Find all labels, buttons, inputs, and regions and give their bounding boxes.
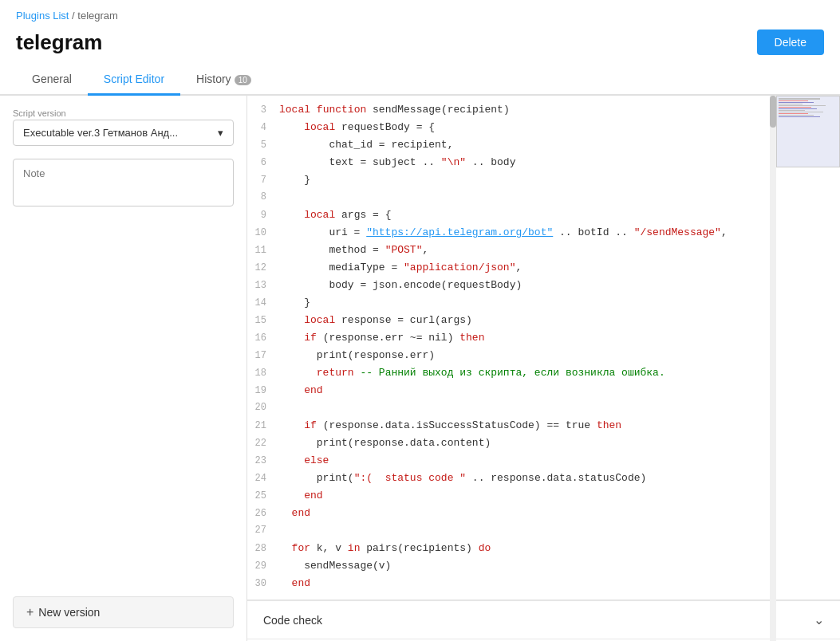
line-number: 26 bbox=[247, 506, 279, 521]
line-content: end bbox=[279, 488, 840, 505]
line-content: local requestBody = { bbox=[279, 120, 840, 136]
line-number: 27 bbox=[247, 523, 279, 538]
scrollbar-track[interactable] bbox=[770, 96, 776, 641]
line-number: 6 bbox=[247, 155, 279, 171]
line-content: if (response.err ~= nil) then bbox=[279, 330, 840, 347]
code-line: 21 if (response.data.isSuccessStatusCode… bbox=[247, 418, 840, 435]
line-content: end bbox=[279, 505, 840, 522]
code-line: 5 chat_id = recipient, bbox=[247, 137, 840, 155]
line-content: method = "POST", bbox=[279, 242, 840, 259]
code-line: 12 mediaType = "application/json", bbox=[247, 260, 840, 277]
line-content: local function sendMessage(recipient) bbox=[279, 102, 840, 119]
line-number: 21 bbox=[247, 419, 279, 434]
line-content: uri = "https://api.telegram.org/bot" .. … bbox=[279, 225, 840, 242]
editor-panel[interactable]: 3local function sendMessage(recipient)4 … bbox=[247, 96, 840, 641]
code-line: 13 body = json.encode(requestBody) bbox=[247, 277, 840, 295]
tab-history[interactable]: History10 bbox=[180, 65, 267, 96]
line-content: sendMessage(v) bbox=[279, 558, 840, 575]
line-content: mediaType = "application/json", bbox=[279, 260, 840, 277]
line-number: 14 bbox=[247, 296, 279, 311]
code-line: 27 bbox=[247, 523, 840, 541]
code-line: 14 } bbox=[247, 295, 840, 313]
line-number: 9 bbox=[247, 208, 279, 223]
script-version-container: Script version Executable ver.3 Гетманов… bbox=[13, 108, 234, 146]
code-line: 3local function sendMessage(recipient) bbox=[247, 102, 840, 120]
line-content: if (response.data.isSuccessStatusCode) =… bbox=[279, 418, 840, 435]
line-content: return -- Ранний выход из скрипта, если … bbox=[279, 365, 840, 382]
line-number: 5 bbox=[247, 138, 279, 153]
code-line: 29 sendMessage(v) bbox=[247, 558, 840, 576]
line-number: 25 bbox=[247, 489, 279, 504]
code-line: 28 for k, v in pairs(recipients) do bbox=[247, 541, 840, 558]
line-content: end bbox=[279, 576, 840, 592]
line-content: body = json.encode(requestBody) bbox=[279, 277, 840, 294]
line-number: 18 bbox=[247, 366, 279, 381]
breadcrumb-current: telegram bbox=[77, 10, 118, 22]
code-line: 6 text = subject .. "\n" .. body bbox=[247, 155, 840, 172]
line-number: 20 bbox=[247, 400, 279, 415]
line-number: 22 bbox=[247, 436, 279, 451]
breadcrumb: Plugins List / telegram bbox=[0, 0, 840, 25]
line-content: print(response.err) bbox=[279, 348, 840, 364]
line-content: chat_id = recipient, bbox=[279, 137, 840, 154]
code-line: 4 local requestBody = { bbox=[247, 120, 840, 137]
note-input[interactable] bbox=[13, 159, 234, 206]
line-number: 7 bbox=[247, 173, 279, 188]
code-line: 11 method = "POST", bbox=[247, 242, 840, 260]
line-number: 13 bbox=[247, 278, 279, 293]
new-version-button[interactable]: + New version bbox=[13, 596, 234, 628]
code-line: 9 local args = { bbox=[247, 207, 840, 225]
chevron-down-icon: ▾ bbox=[218, 127, 223, 139]
code-line: 24 print(":( status code " .. response.d… bbox=[247, 470, 840, 488]
line-content: for k, v in pairs(recipients) do bbox=[279, 541, 840, 557]
code-line: 18 return -- Ранний выход из скрипта, ес… bbox=[247, 365, 840, 383]
line-number: 4 bbox=[247, 120, 279, 136]
scrollbar-thumb[interactable] bbox=[770, 96, 776, 128]
line-content: local args = { bbox=[279, 207, 840, 224]
code-check-label: Code check bbox=[263, 614, 322, 627]
code-line: 22 print(response.data.content) bbox=[247, 435, 840, 453]
history-badge: 10 bbox=[235, 75, 251, 85]
delete-button[interactable]: Delete bbox=[757, 29, 824, 55]
code-line: 26 end bbox=[247, 505, 840, 523]
line-number: 10 bbox=[247, 226, 279, 241]
code-check-header[interactable]: Code check ⌄ bbox=[247, 601, 840, 639]
line-number: 29 bbox=[247, 559, 279, 574]
script-version-select[interactable]: Executable ver.3 Гетманов Анд... ▾ bbox=[13, 120, 234, 146]
line-number: 3 bbox=[247, 103, 279, 118]
code-line: 20 bbox=[247, 400, 840, 418]
page-header: telegram Delete bbox=[0, 25, 840, 65]
line-number: 24 bbox=[247, 471, 279, 486]
code-line: 8 bbox=[247, 190, 840, 207]
code-line: 25 end bbox=[247, 488, 840, 505]
line-content: else bbox=[279, 453, 840, 470]
left-panel: Script version Executable ver.3 Гетманов… bbox=[0, 96, 247, 641]
tab-general[interactable]: General bbox=[16, 65, 88, 96]
line-number: 23 bbox=[247, 454, 279, 469]
line-content: end bbox=[279, 383, 840, 399]
plus-icon: + bbox=[26, 605, 34, 619]
code-editor[interactable]: 3local function sendMessage(recipient)4 … bbox=[247, 96, 840, 600]
script-version-label: Script version bbox=[13, 108, 234, 118]
line-number: 15 bbox=[247, 313, 279, 328]
code-line: 16 if (response.err ~= nil) then bbox=[247, 330, 840, 348]
code-line: 30 end bbox=[247, 576, 840, 593]
tab-script-editor[interactable]: Script Editor bbox=[88, 65, 180, 96]
code-line: 19 end bbox=[247, 383, 840, 400]
code-line: 17 print(response.err) bbox=[247, 348, 840, 365]
line-number: 16 bbox=[247, 331, 279, 346]
line-content: print(":( status code " .. response.data… bbox=[279, 470, 840, 487]
bottom-panels: Code check ⌄ Debug terminal ⌄ bbox=[247, 600, 840, 641]
line-content: } bbox=[279, 295, 840, 312]
line-content: } bbox=[279, 172, 840, 189]
chevron-down-icon: ⌄ bbox=[814, 612, 824, 627]
breadcrumb-parent[interactable]: Plugins List bbox=[16, 10, 69, 22]
code-line: 10 uri = "https://api.telegram.org/bot" … bbox=[247, 225, 840, 242]
line-number: 12 bbox=[247, 261, 279, 276]
code-check-panel: Code check ⌄ bbox=[247, 600, 840, 639]
line-content: print(response.data.content) bbox=[279, 435, 840, 452]
line-content: local response = curl(args) bbox=[279, 313, 840, 329]
line-number: 28 bbox=[247, 541, 279, 556]
page-title: telegram bbox=[16, 30, 102, 55]
line-number: 30 bbox=[247, 576, 279, 592]
